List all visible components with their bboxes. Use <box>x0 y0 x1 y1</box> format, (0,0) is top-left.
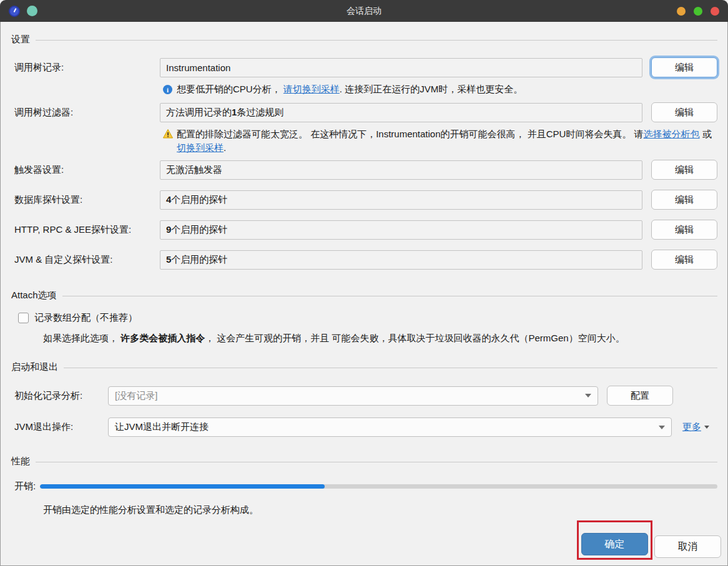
overhead-caption: 开销由选定的性能分析设置和选定的记录分析构成。 <box>43 503 717 517</box>
minimize-button[interactable] <box>677 7 686 16</box>
edit-call-tree-recording-button[interactable]: 编辑 <box>651 57 717 77</box>
info-note: i 想要低开销的CPU分析， 请切换到采样. 连接到正在运行的JVM时，采样也更… <box>163 82 717 96</box>
section-settings-title: 设置 <box>11 34 30 46</box>
overhead-progressbar <box>40 484 717 489</box>
switch-to-sampling-link-2[interactable]: 切换到采样 <box>177 142 224 153</box>
info-icon: i <box>163 85 172 94</box>
info-note-text1: 想要低开销的CPU分析， <box>177 84 283 94</box>
section-performance-title: 性能 <box>11 456 30 467</box>
row-jvm-exit: JVM退出操作: 让JVM退出并断开连接 更多 <box>14 417 717 437</box>
record-array-allocations-label: 记录数组分配（不推荐） <box>34 312 137 324</box>
section-performance: 性能 <box>11 455 717 468</box>
db-probes-value: 4个启用的探针 <box>166 194 227 206</box>
window-title: 会话启动 <box>0 6 728 17</box>
row-call-tree-recording: 调用树记录: Instrumentation 编辑 <box>14 57 717 77</box>
triggers-value: 无激活触发器 <box>166 164 222 176</box>
chevron-down-icon <box>659 426 665 429</box>
more-link[interactable]: 更多 <box>682 421 701 433</box>
edit-call-tree-filters-button[interactable]: 编辑 <box>651 102 717 122</box>
warning-icon <box>163 129 173 139</box>
section-attach-title: Attach选项 <box>11 290 57 301</box>
row-db-probes: 数据库探针设置: 4个启用的探针 编辑 <box>14 190 717 210</box>
attach-note: 如果选择此选项， 许多类会被插入指令， 这会产生可观的开销，并且 可能会失败，具… <box>43 331 717 345</box>
teal-dot-icon <box>27 6 37 16</box>
close-button[interactable] <box>711 7 719 16</box>
http-probes-field: 9个启用的探针 <box>160 220 642 240</box>
jvm-probes-field: 5个启用的探针 <box>160 250 642 270</box>
edit-jvm-probes-button[interactable]: 编辑 <box>651 250 717 270</box>
warning-note: 配置的排除过滤器可能太宽泛。 在这种情况下，Instrumentation的开销… <box>163 127 717 155</box>
row-triggers: 触发器设置: 无激活触发器 编辑 <box>14 160 717 180</box>
cancel-button[interactable]: 取消 <box>654 535 721 558</box>
overhead-label: 开销: <box>14 481 36 492</box>
more-menu[interactable]: 更多 <box>682 421 709 433</box>
initial-recording-label: 初始化记录分析: <box>14 390 108 402</box>
jvm-exit-label: JVM退出操作: <box>14 421 108 433</box>
http-probes-label: HTTP, RPC & JEE探针设置: <box>14 224 160 236</box>
attach-note-text1: 如果选择此选项， <box>43 333 121 343</box>
overhead-progress-fill <box>40 484 325 489</box>
call-tree-recording-value: Instrumentation <box>166 62 230 73</box>
configure-button[interactable]: 配置 <box>607 386 673 406</box>
attach-note-text2: ， 这会产生可观的开销，并且 可能会失败，具体取决于垃圾回收器的永久代（Perm… <box>205 333 625 343</box>
titlebar: 会话启动 <box>0 0 728 22</box>
chevron-down-icon <box>704 426 709 429</box>
row-overhead: 开销: <box>14 481 717 492</box>
edit-http-probes-button[interactable]: 编辑 <box>651 220 717 240</box>
warning-note-text2: 或 <box>700 129 712 139</box>
section-divider <box>62 296 717 296</box>
section-startup-exit-title: 启动和退出 <box>11 361 58 373</box>
triggers-field: 无激活触发器 <box>160 160 642 180</box>
annotation-highlight-box: 确定 <box>577 520 652 560</box>
record-array-allocations-checkbox[interactable] <box>18 313 29 323</box>
info-note-text: 想要低开销的CPU分析， 请切换到采样. 连接到正在运行的JVM时，采样也更安全… <box>177 82 717 96</box>
section-divider <box>36 462 717 462</box>
row-call-tree-filters: 调用树过滤器: 方法调用记录的1条过滤规则 编辑 <box>14 102 717 122</box>
switch-to-sampling-link[interactable]: 请切换到采样 <box>283 84 340 94</box>
info-note-text2: . 连接到正在运行的JVM时，采样也更安全。 <box>340 84 523 94</box>
attach-note-bold: 许多类会被插入指令 <box>121 333 205 343</box>
jvm-probes-label: JVM & 自定义探针设置: <box>14 254 160 266</box>
dialog-footer: 确定 取消 <box>577 520 721 560</box>
edit-db-probes-button[interactable]: 编辑 <box>651 190 717 210</box>
chevron-down-icon <box>585 394 591 398</box>
initial-recording-value: [没有记录] <box>115 390 580 402</box>
warning-note-text3: . <box>224 142 226 153</box>
call-tree-recording-field: Instrumentation <box>160 58 642 77</box>
jvm-exit-value: 让JVM退出并断开连接 <box>115 421 654 433</box>
section-startup-exit: 启动和退出 <box>11 361 717 374</box>
maximize-button[interactable] <box>694 7 702 16</box>
section-settings: 设置 <box>11 33 717 46</box>
row-http-probes: HTTP, RPC & JEE探针设置: 9个启用的探针 编辑 <box>14 220 717 240</box>
record-array-allocations-option[interactable]: 记录数组分配（不推荐） <box>18 312 717 324</box>
initial-recording-combobox[interactable]: [没有记录] <box>108 386 598 406</box>
db-probes-label: 数据库探针设置: <box>14 194 160 206</box>
warning-note-text1: 配置的排除过滤器可能太宽泛。 在这种情况下，Instrumentation的开销… <box>177 129 644 139</box>
http-probes-value: 9个启用的探针 <box>166 224 227 236</box>
jvm-probes-value: 5个启用的探针 <box>166 254 227 266</box>
triggers-label: 触发器设置: <box>14 164 160 176</box>
section-divider <box>64 368 717 368</box>
row-jvm-probes: JVM & 自定义探针设置: 5个启用的探针 编辑 <box>14 250 717 270</box>
jprofiler-app-icon <box>9 6 20 17</box>
warning-note-text: 配置的排除过滤器可能太宽泛。 在这种情况下，Instrumentation的开销… <box>177 127 717 155</box>
select-profiled-packages-link[interactable]: 选择被分析包 <box>644 129 700 139</box>
call-tree-recording-label: 调用树记录: <box>14 62 160 74</box>
section-attach: Attach选项 <box>11 289 717 302</box>
call-tree-filters-label: 调用树过滤器: <box>14 107 160 119</box>
call-tree-filters-field: 方法调用记录的1条过滤规则 <box>160 103 642 122</box>
db-probes-field: 4个启用的探针 <box>160 190 642 210</box>
jvm-exit-combobox[interactable]: 让JVM退出并断开连接 <box>108 417 672 437</box>
row-initial-recording: 初始化记录分析: [没有记录] 配置 <box>14 386 717 406</box>
session-startup-dialog: 设置 调用树记录: Instrumentation 编辑 i 想要低开销的CPU… <box>0 22 728 566</box>
edit-triggers-button[interactable]: 编辑 <box>651 160 717 180</box>
ok-button[interactable]: 确定 <box>581 533 648 555</box>
call-tree-filters-value: 方法调用记录的1条过滤规则 <box>166 107 283 119</box>
section-divider <box>36 40 717 41</box>
